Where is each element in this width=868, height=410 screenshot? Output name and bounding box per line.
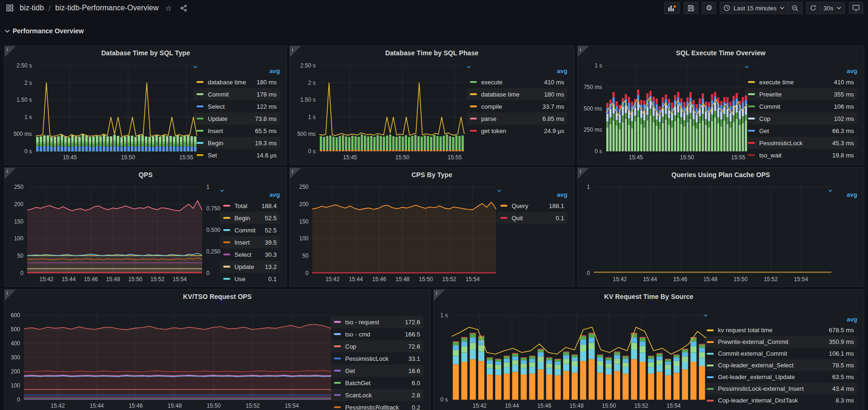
bar-segment[interactable] [668,99,670,103]
bar-segment[interactable] [190,144,193,147]
bar-segment[interactable] [40,150,42,151]
bar-segment[interactable] [159,144,161,147]
bar-segment[interactable] [690,341,696,346]
bar-segment[interactable] [726,124,729,151]
bar-segment[interactable] [453,342,459,345]
bar-segment[interactable] [433,135,436,150]
bar-segment[interactable] [53,151,56,151]
bar-segment[interactable] [408,150,410,151]
bar-segment[interactable] [155,141,158,143]
bar-segment[interactable] [665,362,671,365]
bar-segment[interactable] [124,151,126,151]
bar-segment[interactable] [173,145,175,147]
bar-segment[interactable] [529,356,535,358]
bar-segment[interactable] [634,121,636,151]
bar-segment[interactable] [714,117,717,151]
bar-segment[interactable] [625,119,627,151]
bar-segment[interactable] [614,351,620,352]
bar-segment[interactable] [103,146,105,151]
bar-segment[interactable] [155,143,158,146]
bar-segment[interactable] [110,142,112,144]
bar-segment[interactable] [355,150,357,151]
bar-segment[interactable] [455,135,458,150]
bar-segment[interactable] [693,100,695,104]
bar-segment[interactable] [395,137,398,150]
bar-segment[interactable] [470,359,476,400]
bar-segment[interactable] [597,373,603,400]
bar-segment[interactable] [580,361,586,400]
bar-segment[interactable] [657,353,663,353]
bar-segment[interactable] [665,365,671,369]
bar-segment[interactable] [640,124,642,151]
bar-segment[interactable] [162,142,165,144]
bar-segment[interactable] [674,95,676,100]
bar-segment[interactable] [687,97,689,102]
bar-segment[interactable] [187,150,189,151]
legend-item[interactable]: Prewrite-external_Commit350.9 ms [703,336,857,348]
bar-segment[interactable] [546,374,552,400]
bar-segment[interactable] [40,136,42,142]
bar-segment[interactable] [631,359,637,400]
bar-segment[interactable] [405,151,407,151]
bar-segment[interactable] [85,142,88,143]
bar-segment[interactable] [187,135,189,142]
bar-segment[interactable] [124,144,126,146]
bar-segment[interactable] [634,116,636,121]
legend-item[interactable]: database time180 ms [193,76,280,88]
bar-segment[interactable] [50,147,53,150]
bar-segment[interactable] [461,341,468,346]
bar-segment[interactable] [637,117,640,151]
bar-segment[interactable] [40,147,42,150]
bar-segment[interactable] [625,94,627,99]
bar-segment[interactable] [127,146,129,150]
bar-segment[interactable] [92,142,95,144]
bar-segment[interactable] [699,116,701,123]
bar-segment[interactable] [461,362,468,400]
series-line[interactable] [319,83,464,136]
bar-segment[interactable] [414,135,416,150]
bar-segment[interactable] [40,144,42,147]
bar-segment[interactable] [563,355,569,358]
bar-segment[interactable] [708,102,710,107]
bar-segment[interactable] [96,146,98,150]
bar-segment[interactable] [470,350,476,359]
legend-item[interactable]: Update13.2 [220,261,280,273]
bar-segment[interactable] [572,361,578,366]
bar-segment[interactable] [373,150,376,151]
bar-segment[interactable] [702,105,704,114]
bar-segment[interactable] [373,151,376,151]
bar-segment[interactable] [597,366,603,373]
bar-segment[interactable] [358,137,360,150]
bar-segment[interactable] [495,369,501,375]
bar-segment[interactable] [60,150,63,151]
bar-segment[interactable] [673,358,679,361]
bar-segment[interactable] [71,147,74,151]
bar-segment[interactable] [57,142,60,144]
bar-segment[interactable] [589,343,595,350]
bar-segment[interactable] [127,136,129,142]
bar-segment[interactable] [131,136,133,142]
bar-segment[interactable] [732,96,735,100]
bar-segment[interactable] [180,144,182,147]
legend-item[interactable]: Quit0.1 [497,212,567,224]
bar-segment[interactable] [521,364,527,368]
bar-segment[interactable] [46,135,49,141]
bar-segment[interactable] [85,144,88,146]
bar-segment[interactable] [53,147,56,151]
bar-segment[interactable] [176,135,179,142]
legend-item[interactable]: Get-leader_external_Update63.5 ms [703,371,857,383]
bar-segment[interactable] [690,346,696,353]
bar-segment[interactable] [648,362,654,367]
series-line[interactable] [36,83,197,137]
bar-segment[interactable] [134,151,136,151]
bar-segment[interactable] [720,127,723,151]
bar-segment[interactable] [392,136,394,150]
bar-segment[interactable] [339,136,341,150]
bar-segment[interactable] [606,127,609,151]
bar-segment[interactable] [619,129,621,151]
bar-segment[interactable] [159,137,161,142]
bar-segment[interactable] [648,356,654,356]
bar-segment[interactable] [89,150,91,151]
bar-segment[interactable] [50,144,53,147]
bar-segment[interactable] [131,150,133,151]
